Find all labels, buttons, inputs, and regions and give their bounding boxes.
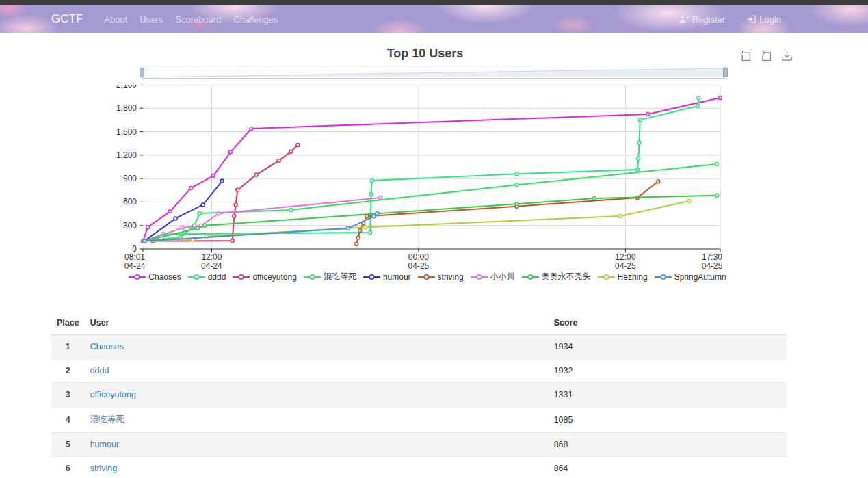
table-row: 2dddd1932 — [51, 359, 787, 383]
data-point — [637, 157, 640, 161]
login-label: Login — [759, 14, 781, 25]
window-top-strip — [0, 0, 868, 5]
brand-gctf[interactable]: GCTF — [51, 12, 83, 26]
svg-text:04-25: 04-25 — [702, 261, 723, 271]
data-point — [231, 239, 234, 243]
user-link[interactable]: officeyutong — [90, 390, 136, 399]
datazoom-right-handle[interactable] — [723, 68, 728, 77]
restore-button[interactable] — [761, 51, 772, 62]
data-point — [201, 203, 205, 207]
data-point — [370, 179, 373, 183]
legend-item-Chaoses[interactable]: Chaoses — [129, 272, 181, 282]
table-header-row: PlaceUserScore — [51, 312, 787, 334]
user-cell: dddd — [85, 359, 549, 383]
legend-label: dddd — [208, 272, 226, 282]
legend-marker-icon — [471, 274, 488, 280]
user-cell: Chaoses — [85, 334, 549, 359]
restore-icon — [761, 51, 772, 62]
zoom-select-icon — [740, 51, 752, 62]
nav-item-about[interactable]: About — [98, 14, 133, 25]
legend-item-小小川[interactable]: 小小川 — [471, 271, 515, 282]
score-cell: 1085 — [549, 407, 787, 433]
data-point — [355, 243, 358, 246]
data-point — [638, 118, 642, 122]
data-point — [203, 224, 207, 227]
sign-in-icon — [747, 15, 756, 23]
user-link[interactable]: 混吃等死 — [90, 414, 124, 424]
data-point — [697, 96, 700, 100]
legend-label: 混吃等死 — [324, 271, 356, 282]
table-row: 3officeyutong1331 — [51, 383, 787, 407]
data-point — [220, 179, 224, 183]
login-link[interactable]: Login — [741, 14, 787, 25]
data-point — [379, 196, 382, 200]
score-cell: 1331 — [549, 383, 787, 407]
line-chart: 03006009001,2001,5001,8002,10008:0104-24… — [58, 85, 797, 271]
data-point — [369, 193, 373, 196]
svg-text:1,200: 1,200 — [116, 150, 137, 160]
legend-item-officeyutong[interactable]: officeyutong — [233, 272, 297, 282]
table-row: 4混吃等死1085 — [51, 407, 787, 433]
data-point — [715, 194, 719, 197]
column-header-score: Score — [549, 312, 787, 334]
data-point — [198, 212, 201, 215]
user-link[interactable]: Chaoses — [90, 342, 124, 351]
datazoom-slider[interactable] — [142, 66, 726, 79]
score-cell: 1932 — [549, 359, 787, 383]
data-point — [254, 173, 258, 176]
register-label: Register — [692, 14, 725, 25]
user-link[interactable]: striving — [90, 464, 118, 473]
data-point — [636, 168, 640, 172]
user-cell: striving — [85, 457, 549, 478]
data-point — [146, 226, 150, 229]
legend-item-奥奥永不秃头[interactable]: 奥奥永不秃头 — [522, 271, 591, 282]
score-cell: 868 — [549, 433, 787, 457]
chart-legend: Chaosesddddofficeyutong混吃等死humourstrivin… — [58, 271, 797, 282]
series-line-dddd — [144, 98, 698, 241]
data-point — [289, 150, 293, 153]
data-point — [363, 226, 367, 229]
data-point — [376, 212, 379, 215]
svg-text:1,800: 1,800 — [116, 103, 137, 113]
navbar: GCTF AboutUsersScoreboardChallenges Regi… — [0, 5, 868, 33]
data-point — [356, 236, 360, 239]
data-point — [719, 96, 722, 100]
datazoom-left-handle[interactable] — [140, 68, 144, 77]
data-point — [250, 127, 253, 131]
table-row: 5humour868 — [51, 433, 787, 457]
data-point — [372, 215, 376, 218]
svg-text:600: 600 — [123, 197, 137, 207]
place-cell: 5 — [51, 433, 85, 457]
datazoom-shadow — [142, 66, 725, 78]
legend-label: SpringAutumn — [674, 272, 726, 282]
legend-item-Hezhing[interactable]: Hezhing — [598, 272, 648, 282]
nav-item-scoreboard[interactable]: Scoreboard — [169, 14, 227, 25]
legend-item-humour[interactable]: humour — [363, 272, 411, 282]
data-point — [236, 188, 239, 191]
legend-label: 小小川 — [490, 271, 515, 282]
legend-label: Hezhing — [618, 272, 648, 282]
download-button[interactable] — [781, 51, 793, 62]
legend-marker-icon — [304, 274, 321, 280]
legend-label: officeyutong — [252, 272, 297, 282]
legend-item-dddd[interactable]: dddd — [188, 272, 226, 282]
register-link[interactable]: Register — [673, 14, 731, 25]
nav-item-challenges[interactable]: Challenges — [227, 14, 284, 25]
svg-text:04-24: 04-24 — [201, 261, 222, 271]
legend-label: 奥奥永不秃头 — [542, 271, 591, 282]
user-link[interactable]: humour — [90, 440, 119, 449]
legend-item-混吃等死[interactable]: 混吃等死 — [304, 271, 356, 282]
user-link[interactable]: dddd — [90, 366, 109, 375]
data-point — [181, 226, 184, 230]
score-cell: 1934 — [549, 334, 787, 359]
svg-text:12:00: 12:00 — [201, 252, 222, 262]
data-point — [296, 143, 300, 146]
legend-item-SpringAutumn[interactable]: SpringAutumn — [655, 272, 726, 282]
legend-marker-icon — [129, 274, 146, 280]
score-cell: 864 — [549, 457, 787, 478]
zoom-select-button[interactable] — [740, 51, 752, 62]
legend-item-striving[interactable]: striving — [418, 272, 464, 282]
data-point — [515, 172, 518, 176]
data-point — [646, 112, 650, 116]
nav-item-users[interactable]: Users — [133, 14, 169, 25]
